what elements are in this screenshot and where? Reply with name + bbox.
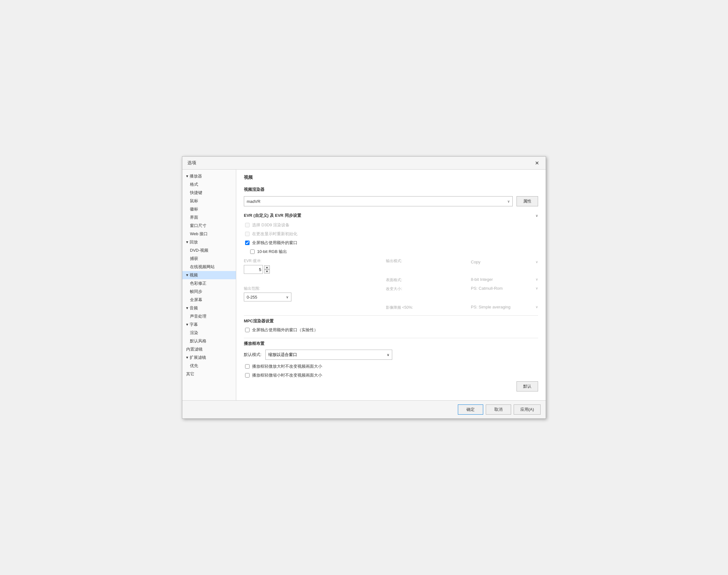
bit10-checkbox[interactable] <box>250 249 255 254</box>
mode-row: 默认模式: 缩放以适合窗口 ∨ <box>244 350 538 360</box>
playback-title: 播放框布置 <box>244 341 538 346</box>
surface-label: 表面格式: <box>386 278 402 282</box>
sidebar-item-format[interactable]: 格式 <box>182 180 236 189</box>
surface-chevron-icon: ∨ <box>535 277 538 281</box>
output-range-field: 输出范围: 0-255 ∨ <box>244 286 313 301</box>
divider2 <box>244 338 538 338</box>
mpc-exclusive-label: 全屏独占使用额外的窗口（实验性） <box>252 327 318 333</box>
resize-value: PS: Catmull-Rom <box>471 286 502 291</box>
mode-chevron-icon: ∨ <box>387 353 389 357</box>
ok-button[interactable]: 确定 <box>458 404 483 415</box>
renderer-label: 视频渲染器 <box>244 187 538 193</box>
sidebar-item-ui[interactable]: 界面 <box>182 213 236 222</box>
downscale-value: PS: Simple averaging <box>471 305 510 309</box>
sidebar-item-icon[interactable]: 徽标 <box>182 205 236 213</box>
mpc-exclusive-checkbox[interactable] <box>245 328 250 332</box>
playback-section: 播放框布置 默认模式: 缩放以适合窗口 ∨ 播放框轻微放大时不改变视频画面大小 … <box>244 341 538 392</box>
sidebar-item-capture[interactable]: 捕获 <box>182 255 236 263</box>
renderer-row: madVR ∨ 属性 <box>244 196 538 206</box>
sidebar-item-framesync[interactable]: 帧同步 <box>182 288 236 296</box>
sidebar-item-render[interactable]: 渲染 <box>182 329 236 337</box>
output-range-label: 输出范围: <box>244 286 313 291</box>
surface-label-cell: 表面格式: <box>386 277 468 283</box>
sidebar-item-shortcut[interactable]: 快捷键 <box>182 189 236 197</box>
default-button[interactable]: 默认 <box>517 381 538 392</box>
reinit-checkbox[interactable] <box>245 232 250 236</box>
sidebar-item-subtitle[interactable]: ▾ 字幕 <box>182 320 236 329</box>
dialog-body: ▾ 播放器 格式 快捷键 鼠标 徽标 界面 窗口尺寸 Web 接口 ▾ 回放 D… <box>182 170 546 400</box>
sidebar-item-dvd[interactable]: DVD-视频 <box>182 246 236 255</box>
mpc-title: MPC渲染器设置 <box>244 318 538 324</box>
d3d9-checkbox[interactable] <box>245 223 250 227</box>
sidebar-item-video[interactable]: ▾ 视频 <box>182 271 236 279</box>
renderer-select[interactable]: madVR ∨ <box>244 196 513 206</box>
reinit-row: 在更改显示时重新初始化 <box>244 231 538 237</box>
evr-collapse-icon[interactable]: ∨ <box>535 214 538 218</box>
content-area: 视频 视频渲染器 madVR ∨ 属性 EVR (自定义) 及 EVR 同步设置… <box>236 170 546 400</box>
properties-button[interactable]: 属性 <box>517 196 538 206</box>
buffer-input[interactable]: 5 <box>244 265 263 274</box>
divider1 <box>244 315 538 316</box>
sidebar-item-other[interactable]: 其它 <box>182 370 236 378</box>
resize-value-cell: PS: Catmull-Rom ∨ <box>471 286 538 291</box>
resize-label-cell: 改变大小: <box>386 286 468 292</box>
surface-value: 8-bit Integer <box>471 277 493 282</box>
range-chevron-icon: ∨ <box>286 295 289 299</box>
apply-button[interactable]: 应用(A) <box>514 404 540 415</box>
spinner-up-button[interactable]: ▲ <box>264 265 270 269</box>
exclusive-label: 全屏独占使用额外的窗口 <box>252 240 297 246</box>
sidebar-item-web[interactable]: Web 接口 <box>182 230 236 238</box>
output-mode-label: 输出模式: <box>386 258 468 264</box>
sidebar-item-online[interactable]: 在线视频网站 <box>182 263 236 271</box>
spinner-down-button[interactable]: ▼ <box>264 269 270 274</box>
downscale-chevron-icon: ∨ <box>535 305 538 309</box>
downscale-label: 影像降频 <50%: <box>386 305 413 310</box>
sidebar-item-player[interactable]: ▾ 播放器 <box>182 172 236 180</box>
sidebar-item-priority[interactable]: 优先 <box>182 362 236 370</box>
dialog-title: 选项 <box>188 160 196 166</box>
sidebar-item-colorfix[interactable]: 色彩修正 <box>182 279 236 288</box>
zoom-in-checkbox[interactable] <box>245 364 250 369</box>
exclusive-row: 全屏独占使用额外的窗口 <box>244 240 538 246</box>
downscale-value-cell: PS: Simple averaging ∨ <box>471 305 538 309</box>
sidebar-item-window[interactable]: 窗口尺寸 <box>182 222 236 230</box>
d3d9-row: 选择 D3D9 渲染设备 <box>244 222 538 228</box>
bit10-label: 10-bit RGB 输出 <box>257 249 287 255</box>
close-button[interactable]: ✕ <box>533 159 540 167</box>
buffer-field: EVR 缓冲: 5 ▲ ▼ <box>244 258 313 274</box>
output-mode-chevron-icon: ∨ <box>535 260 538 264</box>
sidebar-item-playback[interactable]: ▾ 回放 <box>182 238 236 246</box>
exclusive-checkbox[interactable] <box>245 241 250 245</box>
sidebar-item-extend[interactable]: ▾ 扩展滤镜 <box>182 353 236 362</box>
sidebar-item-mouse[interactable]: 鼠标 <box>182 197 236 205</box>
mode-select[interactable]: 缩放以适合窗口 ∨ <box>265 350 392 360</box>
zoom-out-row: 播放框轻微缩小时不改变视频画面大小 <box>244 372 538 378</box>
zoom-out-checkbox[interactable] <box>245 373 250 377</box>
reinit-label: 在更改显示时重新初始化 <box>252 231 297 237</box>
default-btn-row: 默认 <box>244 381 538 392</box>
evr-title: EVR (自定义) 及 EVR 同步设置 <box>244 213 301 218</box>
renderer-section: 视频渲染器 madVR ∨ 属性 <box>244 187 538 206</box>
evr-settings-grid: EVR 缓冲: 5 ▲ ▼ 输出模式: <box>244 258 538 310</box>
cancel-button[interactable]: 取消 <box>486 404 511 415</box>
bit10-row: 10-bit RGB 输出 <box>244 249 538 255</box>
spinner-buttons: ▲ ▼ <box>264 265 270 274</box>
mpc-exclusive-row: 全屏独占使用额外的窗口（实验性） <box>244 327 538 333</box>
output-mode-field: 输出模式: <box>386 258 468 265</box>
sidebar-item-builtin[interactable]: 内置滤镜 <box>182 345 236 353</box>
zoom-in-row: 播放框轻微放大时不改变视频画面大小 <box>244 364 538 369</box>
renderer-chevron-icon: ∨ <box>507 199 510 203</box>
output-range-select[interactable]: 0-255 ∨ <box>244 293 291 301</box>
sidebar-item-audiopro[interactable]: 声音处理 <box>182 312 236 320</box>
resize-chevron-icon: ∨ <box>535 286 538 290</box>
sidebar-item-defaultstyle[interactable]: 默认风格 <box>182 337 236 345</box>
sidebar: ▾ 播放器 格式 快捷键 鼠标 徽标 界面 窗口尺寸 Web 接口 ▾ 回放 D… <box>182 170 236 400</box>
evr-section: EVR (自定义) 及 EVR 同步设置 ∨ 选择 D3D9 渲染设备 在更改显… <box>244 213 538 310</box>
zoom-out-label: 播放框轻微缩小时不改变视频画面大小 <box>252 372 322 378</box>
section-title: 视频 <box>244 175 538 182</box>
sidebar-item-fullscreen[interactable]: 全屏幕 <box>182 296 236 304</box>
sidebar-item-audio[interactable]: ▾ 音频 <box>182 304 236 312</box>
dialog-footer: 确定 取消 应用(A) <box>182 400 546 418</box>
output-mode-value: Copy <box>471 260 481 264</box>
options-dialog: 选项 ✕ ▾ 播放器 格式 快捷键 鼠标 徽标 界面 窗口尺寸 Web 接口 ▾… <box>182 156 546 419</box>
